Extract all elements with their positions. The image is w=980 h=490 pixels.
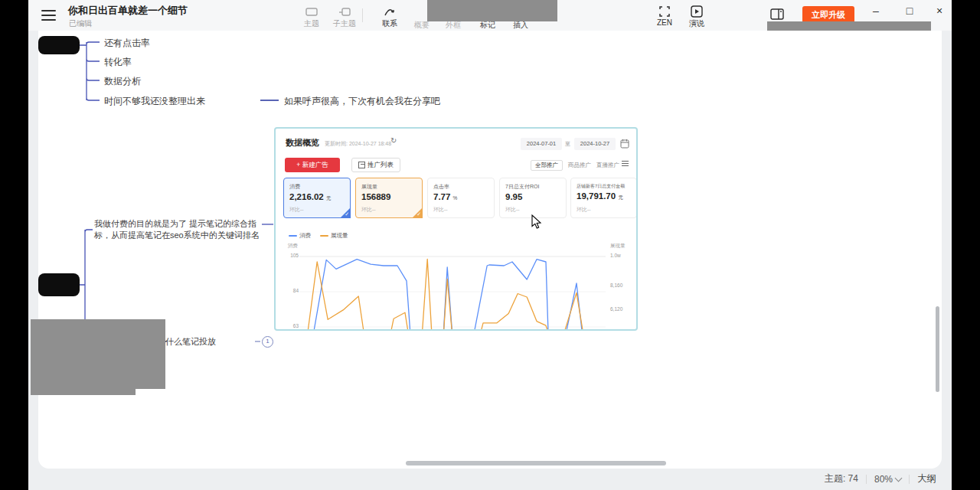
topic-note-placement[interactable]: 什么笔记投放 bbox=[165, 336, 216, 348]
metric-card-spend: 消费 2,216.02 元 环比-- ✓ bbox=[283, 178, 351, 218]
tab-all-promo: 全部推广 bbox=[531, 160, 563, 171]
check-icon: ✓ bbox=[416, 211, 421, 217]
subtopic-icon bbox=[328, 5, 361, 18]
statusbar: 主题: 74 80% 大纲 bbox=[825, 472, 936, 485]
tool-subtopic[interactable]: 子主题 bbox=[328, 5, 361, 29]
topic-ctr[interactable]: 还有点击率 bbox=[104, 37, 150, 50]
tool-summary-label[interactable]: 概要 bbox=[405, 20, 439, 31]
screen: 你和日出百单就差一个细节 已编辑 主题 子主题 联系 bbox=[0, 0, 980, 490]
toolbar-divider bbox=[362, 8, 363, 22]
new-ad-button: + 新建广告 bbox=[285, 158, 340, 172]
mouse-cursor bbox=[531, 214, 542, 233]
metric-label: 消费 bbox=[289, 183, 345, 191]
metric-card-ctr: 点击率 7.77 % 环比-- bbox=[427, 178, 495, 218]
tool-present[interactable]: 演说 bbox=[680, 5, 714, 29]
left-tick-63: 63 bbox=[285, 323, 299, 328]
statusbar-divider bbox=[909, 475, 910, 484]
maximize-button[interactable]: □ bbox=[902, 5, 917, 17]
calendar-icon bbox=[620, 138, 629, 152]
minimize-button[interactable]: – bbox=[868, 5, 884, 17]
legend-swatch-impressions bbox=[320, 235, 328, 237]
vertical-scrollbar[interactable] bbox=[936, 306, 939, 392]
metric-label: 展现量 bbox=[361, 183, 416, 191]
chevron-down-icon bbox=[895, 474, 903, 482]
close-button[interactable]: × bbox=[932, 5, 947, 17]
present-icon bbox=[680, 5, 714, 18]
legend-spend: 消费 bbox=[289, 232, 311, 240]
dashboard-title: 数据概览 bbox=[286, 137, 319, 149]
redacted-topic-node-1[interactable] bbox=[38, 36, 80, 54]
metric-value: 19,791.70 元 bbox=[577, 191, 631, 201]
app-window: 你和日出百单就差一个细节 已编辑 主题 子主题 联系 bbox=[28, 0, 952, 490]
promo-list-button: 推广列表 bbox=[351, 158, 400, 172]
topic-conversion[interactable]: 转化率 bbox=[104, 56, 132, 69]
date-from-field: 2024-07-01 bbox=[521, 138, 562, 150]
right-tick-1w: 1.0w bbox=[610, 253, 621, 258]
right-tick-6120: 6,120 bbox=[610, 306, 622, 312]
date-separator: 至 bbox=[565, 140, 570, 148]
grid-icon bbox=[358, 162, 365, 168]
metric-compare: 环比-- bbox=[577, 206, 591, 214]
metric-label: 店铺新客7日总支付金额 bbox=[577, 183, 631, 190]
date-to-field: 2024-10-27 bbox=[574, 138, 616, 150]
metric-card-impressions: 展现量 156889 环比-- ✓ bbox=[355, 178, 423, 218]
document-title: 你和日出百单就差一个细节 bbox=[68, 4, 188, 18]
metric-compare: 环比-- bbox=[505, 206, 520, 214]
upgrade-button[interactable]: 立即升级 bbox=[802, 6, 854, 23]
metric-label: 7日总支付ROI bbox=[505, 183, 560, 191]
left-axis-title: 消费 bbox=[288, 243, 298, 250]
right-axis-title: 展现量 bbox=[610, 243, 626, 250]
tool-topic[interactable]: 主题 bbox=[295, 5, 328, 29]
topic-analysis[interactable]: 数据分析 bbox=[104, 75, 141, 88]
topic-count: 主题: 74 bbox=[825, 472, 858, 485]
document-state: 已编辑 bbox=[69, 18, 92, 29]
topic-paid-goal[interactable]: 我做付费的目的就是为了 提示笔记的综合指标，从而提高笔记在seo系统中的关键词排… bbox=[94, 218, 273, 241]
metric-label: 点击率 bbox=[433, 183, 488, 191]
hamburger-menu-icon[interactable] bbox=[41, 10, 56, 21]
legend-impressions: 展现量 bbox=[320, 232, 348, 240]
promo-list-label: 推广列表 bbox=[368, 161, 394, 170]
tool-boundary-label[interactable]: 外框 bbox=[436, 20, 470, 31]
metric-value: 156889 bbox=[361, 192, 416, 201]
dashboard-update-time: 更新时间: 2024-10-27 18:48 bbox=[325, 140, 391, 148]
tool-marker-label[interactable]: 标记 bbox=[471, 20, 505, 31]
tool-insert-label[interactable]: 插入 bbox=[504, 20, 537, 31]
tool-zen[interactable]: ZEN bbox=[648, 5, 681, 27]
metric-compare: 环比-- bbox=[433, 206, 448, 214]
left-tick-84: 84 bbox=[285, 288, 299, 293]
tool-present-label: 演说 bbox=[689, 19, 704, 28]
refresh-icon: ↻ bbox=[390, 136, 397, 145]
legend-swatch-spend bbox=[289, 235, 297, 237]
tool-relation[interactable]: 联系 bbox=[373, 5, 407, 29]
metric-compare: 环比-- bbox=[361, 206, 376, 214]
horizontal-scrollbar[interactable] bbox=[406, 461, 666, 466]
chart-legend: 消费 展现量 bbox=[289, 232, 348, 240]
tab-product-promo: 商品推广 bbox=[568, 162, 591, 169]
metric-value: 2,216.02 元 bbox=[289, 192, 345, 202]
metric-value: 7.77 % bbox=[433, 192, 488, 201]
zoom-control[interactable]: 80% bbox=[874, 474, 901, 485]
outline-button[interactable]: 大纲 bbox=[917, 472, 936, 485]
statusbar-divider bbox=[866, 475, 867, 484]
metric-card-roi: 7日总支付ROI 9.95 环比-- bbox=[499, 178, 567, 218]
left-tick-105: 105 bbox=[285, 253, 299, 258]
redaction-box-toolbar bbox=[427, 0, 557, 21]
tool-relation-label: 联系 bbox=[382, 19, 397, 28]
redaction-box-canvas bbox=[31, 319, 165, 389]
zen-mode-icon bbox=[648, 5, 681, 18]
redacted-topic-node-2[interactable] bbox=[38, 273, 80, 296]
metric-compare: 环比-- bbox=[289, 206, 304, 214]
tool-subtopic-label: 子主题 bbox=[333, 19, 356, 28]
floating-note[interactable]: 如果呼声很高，下次有机会我在分享吧 bbox=[284, 95, 440, 108]
tab-live-promo: 直播推广 bbox=[596, 162, 619, 169]
tool-topic-label: 主题 bbox=[304, 19, 319, 28]
right-tick-8160: 8,160 bbox=[610, 283, 622, 288]
relation-count-badge[interactable]: 1 bbox=[262, 336, 273, 348]
trend-chart bbox=[299, 253, 606, 329]
embedded-dashboard-image[interactable]: 数据概览 更新时间: 2024-10-27 18:48 ↻ 2024-07-01… bbox=[274, 127, 638, 331]
titlebar: 你和日出百单就差一个细节 已编辑 主题 子主题 联系 bbox=[28, 0, 952, 31]
topic-not-ready[interactable]: 时间不够我还没整理出来 bbox=[104, 95, 205, 108]
promo-type-tabs: 全部推广 商品推广 直播推广 bbox=[531, 158, 619, 172]
topic-icon bbox=[295, 5, 328, 18]
check-icon: ✓ bbox=[345, 211, 349, 217]
